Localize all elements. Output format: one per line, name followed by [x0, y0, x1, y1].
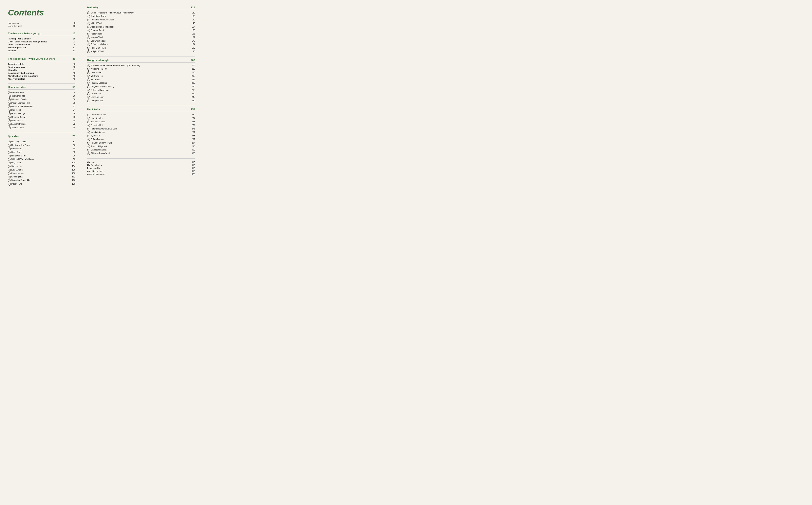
item-number: 30	[87, 29, 90, 32]
toc-item-label: 45 Mueller Hut	[87, 93, 190, 96]
section-title: Rough and tough	[87, 59, 109, 62]
item-number: 10	[8, 123, 11, 126]
toc-item-page: 250	[190, 99, 195, 102]
item-number: 35	[87, 47, 90, 49]
toc-row: 39 Lake Marian 216	[87, 71, 195, 74]
toc-row: 27 Tongariro Northern Circuit 142	[87, 18, 195, 22]
toc-item-page: 8	[70, 22, 75, 24]
toc-row: Glossary 316	[87, 161, 195, 164]
toc-item-page: 70	[70, 119, 75, 122]
item-number: 45	[87, 93, 90, 95]
toc-item-page: 90	[70, 147, 75, 150]
toc-row: 50 Avalanche Peak 268	[87, 120, 195, 124]
item-number: 51	[87, 124, 90, 127]
toc-item-label: 21 Pinnacles Hut	[8, 172, 70, 175]
toc-item-page: 222	[190, 78, 195, 81]
toc-item-page: 294	[190, 142, 195, 144]
toc-item-label: 38 Welcome Flat Hut	[87, 67, 190, 70]
toc-item-page: 64	[70, 109, 75, 111]
item-number: 29	[87, 26, 90, 28]
toc-row: 58 Maungahuka Hut 302	[87, 148, 195, 152]
item-number: 39	[87, 71, 90, 74]
toc-item-page: 212	[190, 67, 195, 70]
section-page: 35	[72, 57, 75, 60]
item-number: 25	[87, 11, 90, 14]
toc-item-page: 154	[190, 26, 195, 28]
toc-item-page: 316	[190, 161, 195, 163]
toc-item-label: 31 Kepler Track	[87, 32, 190, 35]
toc-item-label: Menstruation in the mountains	[8, 75, 70, 77]
toc-item-page: 112	[70, 175, 75, 178]
toc-item-label: 5 Devils Punchbowl Falls	[8, 105, 70, 108]
rough-tough-section: Rough and tough 202 37 Wairakau Stream a…	[87, 59, 195, 103]
toc-item-page: 74	[70, 126, 75, 129]
toc-row: 14 Bealey Spur 90	[8, 147, 75, 151]
toc-item-label: Food – Adventure fuel	[8, 43, 70, 46]
toc-item-label: 17 Whirinaki Waterfall Loop	[8, 158, 70, 161]
section-divider	[8, 55, 75, 55]
toc-item-page: 308	[190, 152, 195, 154]
toc-row: 6 Blue Pools 64	[8, 109, 75, 112]
toc-row: 26 Routeburn Track 136	[87, 15, 195, 18]
toc-row: 19 Sunrise Hut 104	[8, 165, 75, 168]
item-number: 5	[8, 105, 11, 108]
item-number: 17	[8, 158, 11, 161]
section-divider	[8, 30, 75, 30]
toc-item-label: 16 Rangiwahia Hut	[8, 154, 70, 157]
toc-row: 22 Aspiring Hut 112	[8, 175, 75, 179]
item-number: 13	[8, 144, 11, 147]
toc-row: 37 Wairakau Stream and Kaiaraara Rocks (…	[87, 64, 195, 67]
toc-item-page: 28	[70, 43, 75, 46]
item-number: 1	[8, 91, 11, 94]
item-number: 6	[8, 109, 11, 112]
item-number: 21	[8, 172, 11, 175]
section-header: Quickies 76	[8, 135, 75, 139]
item-number: 37	[87, 64, 90, 67]
toc-item-label: 10 Lake Matheson	[8, 123, 70, 126]
section-divider	[8, 83, 75, 84]
item-number: 34	[87, 43, 90, 46]
multiday-section: Multi-day 124 25 Mount Holdsworth–Jumbo …	[87, 6, 195, 53]
toc-item-page: 36	[70, 63, 75, 65]
toc-item-label: 25 Mount Holdsworth–Jumbo Circuit (Jumbo…	[87, 11, 190, 14]
toc-item-page: 60	[70, 102, 75, 104]
item-number: 58	[87, 149, 90, 152]
item-number: 7	[8, 113, 11, 115]
item-number: 32	[87, 36, 90, 39]
toc-item-label: 12 Rob Roy Glacier	[8, 140, 70, 143]
toc-item-label: 46 Earnslaw Burn	[87, 96, 190, 99]
toc-item-page: 319	[190, 170, 195, 172]
toc-item-page: 282	[190, 131, 195, 134]
toc-item-page: 82	[70, 140, 75, 143]
toc-item-page: 320	[190, 173, 195, 175]
toc-item-label: 37 Wairakau Stream and Kaiaraara Rocks (…	[87, 64, 190, 67]
toc-row: 17 Whirinaki Waterfall Loop 98	[8, 158, 75, 161]
toc-item-page: 130	[190, 11, 195, 14]
toc-row: Image credits 319	[87, 167, 195, 170]
toc-item-page: 106	[70, 169, 75, 171]
toc-item-label: 22 Aspiring Hut	[8, 175, 70, 178]
toc-item-page: 68	[70, 116, 75, 118]
toc-row: 54 Syme Hut 288	[87, 134, 195, 138]
toc-item-label: Finding your way	[8, 66, 70, 68]
item-number: 52	[87, 128, 90, 131]
toc-item-label: 36 Hollyford Track	[87, 50, 190, 53]
toc-item-page: 276	[190, 128, 195, 130]
toc-item-page: 318	[190, 164, 195, 166]
toc-item-page: 288	[190, 134, 195, 137]
toc-row: 45 Mueller Hut 240	[87, 92, 195, 96]
toc-item-label: 24 Mount Fyffe	[8, 183, 70, 186]
section-page: 124	[191, 6, 195, 9]
toc-item-label: 52 Rotomairewhenua/Blue Lake	[87, 128, 190, 131]
toc-item-page: 230	[190, 85, 195, 88]
toc-item-page: 136	[190, 15, 195, 17]
heck-treks-section: Heck treks 254 48 Gertrude Saddle 260 49…	[87, 108, 195, 155]
toc-item-label: 20 Key Summit	[8, 169, 70, 171]
toc-item-page: 302	[190, 149, 195, 151]
toc-row: Useful websites 318	[87, 164, 195, 167]
section-header: Rough and tough 202	[87, 59, 195, 63]
toc-item-label: 2 Tarawera Falls	[8, 95, 70, 98]
toc-item-label: 39 Lake Marian	[87, 71, 190, 74]
hikes-tykes-section: Hikes for tykes 50 1 Rainbow Falls 54 2 …	[8, 86, 75, 130]
item-number: 4	[8, 102, 11, 105]
